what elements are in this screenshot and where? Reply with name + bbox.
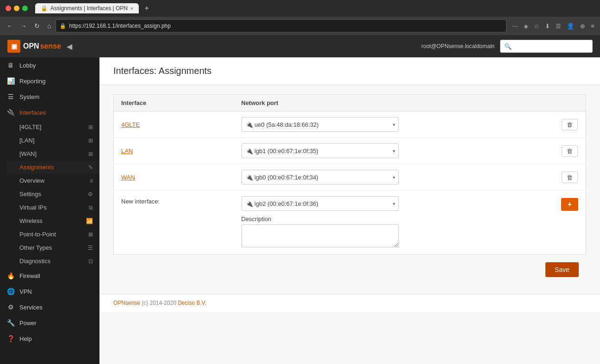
action-cell-lan: 🗑	[554, 138, 586, 164]
active-tab[interactable]: 🔒 Assignments | Interfaces | OPN ×	[35, 3, 139, 13]
sidebar-item-power[interactable]: 🔧 Power	[0, 315, 99, 331]
sidebar-item-help[interactable]: ❓ Help	[0, 331, 99, 346]
table-row: 4GLTE 🔌 ue0 (5a:48:da:18:66:32) ▾	[114, 111, 586, 138]
assignments-table: Interface Network port 4GLTE	[113, 94, 586, 255]
maximize-window-dot[interactable]	[22, 6, 28, 11]
port-select-wan[interactable]: 🔌 igb0 (00:e0:67:1e:0f:34)	[241, 170, 399, 185]
table-header: Interface Network port	[114, 95, 586, 111]
add-btn-cell: +	[554, 191, 586, 255]
user-label: root@OPNsense.localdomain	[421, 43, 495, 49]
pocket-btn[interactable]: ◈	[522, 21, 530, 31]
delete-btn-wan[interactable]: 🗑	[562, 172, 578, 183]
add-interface-btn[interactable]: +	[561, 198, 578, 211]
iface-cell-lan: LAN	[114, 138, 234, 164]
profile-btn[interactable]: 👤	[565, 21, 576, 31]
new-interface-select[interactable]: 🔌 igb2 (00:e0:67:1e:0f:36)	[241, 196, 399, 211]
minimize-window-dot[interactable]	[14, 6, 19, 11]
port-select-wrapper-lan: 🔌 igb1 (00:e0:67:1e:0f:35) ▾	[241, 143, 399, 158]
url-bar[interactable]: 🔒 https://192.168.1.1/interfaces_assign.…	[56, 19, 507, 32]
iface-link-wan[interactable]: WAN	[121, 174, 135, 181]
sidebar-item-vpn[interactable]: 🌐 VPN	[0, 284, 99, 299]
delete-btn-4glte[interactable]: 🗑	[562, 119, 578, 130]
top-right-area: root@OPNsense.localdomain 🔍	[421, 40, 593, 53]
col-network-port: Network port	[234, 95, 554, 111]
sidebar-item-lobby[interactable]: 🖥 Lobby	[0, 57, 99, 73]
iface-link-4glte[interactable]: 4GLTE	[121, 121, 140, 128]
sidebar-sub-4glte[interactable]: [4GLTE] ⊞	[6, 120, 99, 134]
sidebar: 🖥 Lobby 📊 Reporting ☰ System 🔌 Interface…	[0, 57, 99, 364]
delete-btn-lan[interactable]: 🗑	[562, 145, 578, 157]
iface-link-lan[interactable]: LAN	[121, 148, 133, 154]
lobby-icon: 🖥	[6, 62, 15, 69]
sidebar-item-label: System	[19, 93, 39, 100]
back-btn[interactable]: ←	[4, 20, 16, 31]
extensions-btn[interactable]: ⋯	[510, 21, 520, 31]
sidebar-item-reporting[interactable]: 📊 Reporting	[0, 73, 99, 89]
sidebar-sub-diagnostics[interactable]: Diagnostics ⊡	[6, 254, 99, 268]
tab-close-btn[interactable]: ×	[130, 6, 133, 11]
sidebar-sub-lan[interactable]: [LAN] ⊞	[6, 134, 99, 147]
port-cell-4glte: 🔌 ue0 (5a:48:da:18:66:32) ▾	[234, 111, 554, 138]
page-header: Interfaces: Assignments	[99, 57, 600, 85]
search-input[interactable]	[512, 43, 586, 50]
sidebar-sub-settings[interactable]: Settings ⚙	[6, 187, 99, 201]
reload-btn[interactable]: ↻	[31, 20, 43, 31]
addons-btn[interactable]: ⊕	[578, 21, 587, 31]
gear-icon-settings: ⚙	[88, 191, 93, 197]
menu-btn[interactable]: ≡	[589, 21, 596, 31]
help-icon: ❓	[6, 335, 15, 342]
sub-item-label: [WAN]	[19, 150, 37, 157]
search-bar[interactable]: 🔍	[500, 40, 593, 53]
sidebar-item-firewall[interactable]: 🔥 Firewall	[0, 268, 99, 284]
table-row: LAN 🔌 igb1 (00:e0:67:1e:0f:35) ▾	[114, 138, 586, 164]
sidebar-sub-virtual-ips[interactable]: Virtual IPs ⧉	[6, 201, 99, 214]
sidebar-collapse-btn[interactable]: ◀	[67, 42, 72, 51]
nav-actions: ⋯ ◈ ☆ ⬇ ☰ 👤 ⊕ ≡	[510, 21, 596, 31]
browser-chrome: 🔒 Assignments | Interfaces | OPN × +	[0, 0, 600, 17]
network-icon-4glte: ⊞	[88, 124, 93, 130]
description-input[interactable]	[241, 224, 399, 247]
sidebar-sub-other-types[interactable]: Other Types ☰	[6, 241, 99, 254]
footer-opnsense-link[interactable]: OPNsense	[113, 300, 140, 306]
sidebar-item-interfaces[interactable]: 🔌 Interfaces	[0, 105, 99, 120]
power-icon: 🔧	[6, 319, 15, 327]
new-interface-select-wrapper: 🔌 igb2 (00:e0:67:1e:0f:36) ▾	[241, 196, 399, 211]
logo-opn: OPN	[23, 42, 39, 50]
home-btn[interactable]: ⌂	[44, 20, 54, 31]
sidebar-item-label: Firewall	[19, 272, 40, 279]
edit-icon-assignments: ✎	[88, 164, 93, 171]
footer-deciso-link[interactable]: Deciso B.V.	[178, 300, 206, 306]
sidebar-item-label: Lobby	[19, 62, 36, 69]
port-select-lan[interactable]: 🔌 igb1 (00:e0:67:1e:0f:35)	[241, 143, 399, 158]
save-btn[interactable]: Save	[545, 262, 579, 277]
sidebar-sub-assignments[interactable]: Assignments ✎	[6, 160, 99, 174]
sidebar-item-services[interactable]: ⚙ Services	[0, 299, 99, 315]
port-select-wrapper-wan: 🔌 igb0 (00:e0:67:1e:0f:34) ▾	[241, 170, 399, 185]
bookmark-btn[interactable]: ☆	[532, 21, 541, 31]
port-select-4glte[interactable]: 🔌 ue0 (5a:48:da:18:66:32)	[241, 117, 399, 132]
sidebar-sub-wan[interactable]: [WAN] ⊞	[6, 147, 99, 160]
sidebar-item-system[interactable]: ☰ System	[0, 89, 99, 105]
diag-icon: ⊡	[88, 258, 93, 265]
port-cell-lan: 🔌 igb1 (00:e0:67:1e:0f:35) ▾	[234, 138, 554, 164]
content-area: Interfaces: Assignments Interface Networ…	[99, 57, 600, 364]
download-btn[interactable]: ⬇	[543, 21, 552, 31]
iface-cell-wan: WAN	[114, 164, 234, 191]
sidebar-sub-overview[interactable]: Overview ≡	[6, 174, 99, 187]
sidebar-sub-p2p[interactable]: Point-to-Point ⊠	[6, 228, 99, 241]
action-cell-4glte: 🗑	[554, 111, 586, 138]
col-interface: Interface	[114, 95, 234, 111]
save-area: Save	[113, 255, 586, 284]
sidebar-item-label: Reporting	[19, 78, 45, 85]
action-cell-wan: 🗑	[554, 164, 586, 191]
new-tab-btn[interactable]: +	[144, 4, 148, 12]
p2p-icon: ⊠	[88, 231, 93, 238]
forward-btn[interactable]: →	[18, 20, 30, 31]
close-window-dot[interactable]	[6, 6, 11, 11]
reporting-icon: 📊	[6, 77, 15, 85]
sub-item-label: Wireless	[19, 217, 43, 224]
copy-icon-virtual: ⧉	[89, 204, 93, 211]
sync-btn[interactable]: ☰	[554, 21, 563, 31]
sidebar-sub-wireless[interactable]: Wireless 📶	[6, 214, 99, 228]
footer-text: OPNsense (c) 2014-2020 Deciso B.V.	[113, 300, 206, 306]
